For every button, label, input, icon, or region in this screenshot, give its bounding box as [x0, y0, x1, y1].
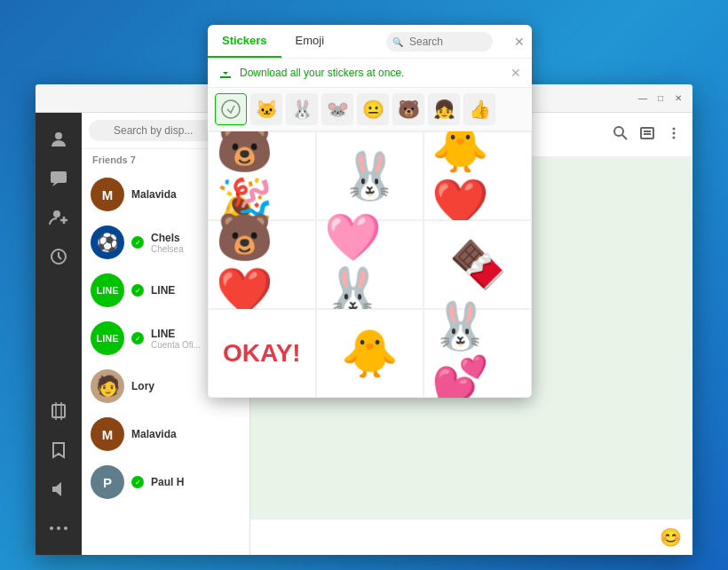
tab-emoji[interactable]: Emoji [281, 25, 339, 58]
download-icon [218, 66, 233, 80]
verified-badge: ✓ [131, 284, 144, 297]
svg-point-19 [673, 127, 676, 130]
svg-point-14 [614, 127, 623, 136]
svg-point-3 [53, 210, 60, 218]
tab-stickers[interactable]: Stickers [208, 25, 281, 58]
svg-point-22 [222, 100, 240, 118]
sticker-image: 🐥 [341, 327, 399, 381]
sticker-search-input[interactable] [386, 32, 493, 51]
verified-badge: ✓ [131, 476, 144, 488]
sticker-cell-2[interactable]: 🐥❤️ [423, 131, 532, 220]
svg-point-11 [50, 526, 53, 530]
chat-icon[interactable] [43, 162, 75, 194]
sticker-panel-close-button[interactable]: ✕ [507, 28, 532, 56]
avatar: ⚽ [91, 226, 124, 259]
svg-rect-7 [52, 405, 65, 417]
avatar: P [91, 465, 124, 499]
avatar: M [91, 178, 124, 211]
sidebar [36, 113, 82, 555]
sticker-image: 🩷🐰 [324, 210, 416, 319]
sticker-cell-1[interactable]: 🐰 [316, 131, 424, 220]
sticker-thumb-4[interactable]: 😐 [357, 93, 389, 125]
avatar: M [91, 417, 124, 451]
download-banner-text: Download all your stickers at once. [240, 67, 404, 79]
sticker-cell-3[interactable]: 🐻❤️ [208, 220, 316, 309]
list-icon[interactable] [639, 125, 655, 145]
chat-info: Malavida [131, 428, 241, 440]
add-friend-icon[interactable] [43, 202, 75, 234]
history-icon[interactable] [43, 241, 75, 273]
emoji-button[interactable]: 😊 [660, 526, 682, 548]
sticker-image: 🐰💕 [431, 299, 524, 398]
sticker-cell-7[interactable]: 🐥 [316, 309, 424, 398]
chat-name: Malavida [131, 428, 241, 440]
chat-info: Paul H [151, 476, 241, 488]
sticker-thumb-5[interactable]: 🐻 [392, 93, 424, 125]
chat-item-malavida2[interactable]: M Malavida [82, 410, 249, 458]
sticker-thumb-1[interactable]: 🐱 [250, 93, 282, 125]
maximize-button[interactable]: □ [653, 91, 668, 106]
sticker-image: OKAY! [223, 339, 301, 368]
sticker-image: 🐻❤️ [216, 210, 308, 319]
sticker-panel: Stickers Emoji ✕ Download all your stick… [208, 25, 532, 398]
avatar: LINE [91, 321, 124, 355]
more-options-icon[interactable] [666, 125, 682, 145]
download-banner: Download all your stickers at once. ✕ [208, 59, 532, 88]
bookmark-icon[interactable] [43, 434, 75, 466]
sticker-panel-header: Stickers Emoji ✕ [208, 25, 532, 59]
svg-point-13 [64, 526, 67, 530]
sticker-grid: 🐻🎉 🐰 🐥❤️ 🐻❤️ 🩷🐰 🍫 OKAY! 🐥 🐰💕 [208, 131, 532, 398]
avatar: LINE [91, 273, 124, 307]
search-chat-icon[interactable] [613, 125, 629, 145]
sticker-cell-8[interactable]: 🐰💕 [423, 309, 532, 398]
svg-marker-10 [52, 482, 61, 496]
svg-marker-2 [52, 183, 58, 186]
banner-close-button[interactable]: ✕ [510, 66, 521, 80]
sticker-thumb-6[interactable]: 👧 [428, 93, 460, 125]
svg-line-15 [622, 135, 627, 139]
svg-point-21 [673, 136, 676, 139]
sticker-image: 🍫 [449, 238, 507, 292]
sticker-image: 🐰 [341, 149, 399, 203]
more-icon[interactable] [43, 512, 75, 544]
sticker-cell-5[interactable]: 🍫 [423, 220, 532, 309]
profile-icon[interactable] [43, 123, 75, 155]
svg-point-20 [673, 131, 676, 134]
close-button[interactable]: ✕ [671, 91, 685, 106]
sticker-search-wrapper [386, 32, 500, 51]
speaker-icon[interactable] [43, 473, 75, 505]
sticker-image: 🐥❤️ [431, 131, 524, 230]
sticker-cell-0[interactable]: 🐻🎉 [208, 131, 316, 220]
avatar: 🧑 [91, 369, 124, 403]
sticker-thumb-0[interactable] [215, 93, 247, 125]
sticker-thumb-7[interactable]: 👍 [463, 93, 495, 125]
chat-name: Paul H [151, 476, 241, 488]
chat-toolbar: 😊 [250, 519, 692, 555]
svg-point-0 [55, 132, 62, 139]
sticker-thumb-2[interactable]: 🐰 [286, 93, 318, 125]
svg-rect-1 [51, 171, 67, 183]
sticker-thumb-3[interactable]: 🐭 [321, 93, 353, 125]
sticker-thumbs: 🐱 🐰 🐭 😐 🐻 👧 👍 [208, 88, 532, 131]
crop-icon[interactable] [43, 395, 75, 427]
svg-point-12 [57, 526, 60, 530]
chat-item-paul[interactable]: P ✓ Paul H [82, 458, 249, 506]
sticker-cell-4[interactable]: 🩷🐰 [316, 220, 424, 309]
verified-badge: ✓ [131, 236, 144, 249]
minimize-button[interactable]: — [636, 91, 650, 106]
verified-badge: ✓ [131, 332, 144, 344]
sticker-cell-6[interactable]: OKAY! [208, 309, 316, 398]
